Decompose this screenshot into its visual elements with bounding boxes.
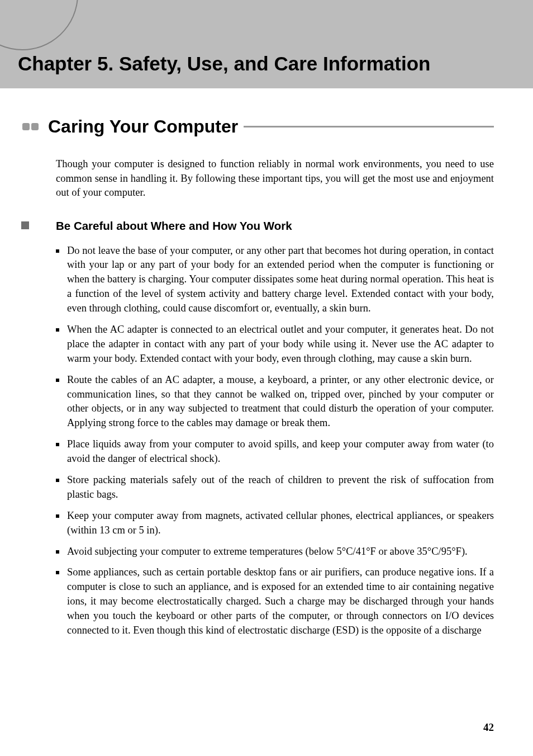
list-item: Do not leave the base of your computer, …	[56, 244, 494, 316]
section-heading-row: Caring Your Computer	[22, 116, 494, 137]
section-title: Caring Your Computer	[48, 116, 238, 137]
bullet-list: Do not leave the base of your computer, …	[56, 244, 494, 638]
page-number: 42	[483, 721, 494, 734]
list-item: Route the cables of an AC adapter, a mou…	[56, 373, 494, 431]
list-item: Some appliances, such as certain portabl…	[56, 565, 494, 637]
header-decoration-arc	[0, 0, 87, 59]
list-item: Avoid subjecting your computer to extrem…	[56, 545, 494, 559]
page-content: Caring Your Computer Though your compute…	[0, 88, 533, 638]
section-rule	[244, 126, 494, 127]
chapter-title: Chapter 5. Safety, Use, and Care Informa…	[18, 53, 430, 75]
list-item: When the AC adapter is connected to an e…	[56, 323, 494, 366]
list-item: Store packing materials safely out of th…	[56, 473, 494, 502]
subheading-row: Be Careful about Where and How You Work	[21, 219, 494, 233]
page-header: Chapter 5. Safety, Use, and Care Informa…	[0, 0, 533, 88]
list-item: Place liquids away from your computer to…	[56, 437, 494, 466]
section-bullet-icon	[22, 123, 30, 130]
list-item: Keep your computer away from magnets, ac…	[56, 509, 494, 538]
subheading: Be Careful about Where and How You Work	[56, 219, 292, 233]
intro-paragraph: Though your computer is designed to func…	[56, 157, 494, 200]
section-bullet-icon	[31, 123, 39, 130]
subheading-square-icon	[21, 221, 29, 229]
